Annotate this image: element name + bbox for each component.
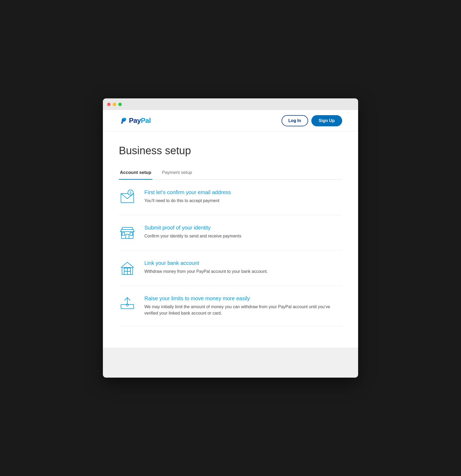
upload-icon bbox=[119, 295, 136, 311]
paypal-logo-icon bbox=[119, 116, 127, 125]
titlebar bbox=[103, 98, 358, 110]
email-item-text: First let’s confirm your email address Y… bbox=[144, 189, 342, 204]
minimize-dot[interactable] bbox=[113, 103, 116, 106]
email-item-desc: You’ll need to do this to accept payment bbox=[144, 198, 342, 204]
identity-item-title[interactable]: Submit proof of your identity bbox=[144, 225, 342, 231]
logo-pay: Pay bbox=[129, 116, 141, 124]
tab-account-setup[interactable]: Account setup bbox=[119, 166, 152, 180]
store-icon bbox=[119, 225, 136, 241]
logo-text: PayPal bbox=[129, 116, 151, 125]
setup-item-identity: Submit proof of your identity Confirm yo… bbox=[119, 215, 342, 250]
limits-item-text: Raise your limits to move money more eas… bbox=[144, 295, 342, 316]
setup-item-email: $ First let’s confirm your email address… bbox=[119, 180, 342, 215]
identity-item-text: Submit proof of your identity Confirm yo… bbox=[144, 225, 342, 239]
signup-button[interactable]: Sign Up bbox=[311, 115, 342, 126]
email-icon: $ bbox=[119, 189, 136, 205]
nav-buttons: Log In Sign Up bbox=[282, 115, 342, 126]
svg-rect-12 bbox=[121, 304, 134, 309]
page-content: PayPal Log In Sign Up Business setup Acc… bbox=[103, 110, 358, 348]
browser-window: PayPal Log In Sign Up Business setup Acc… bbox=[103, 98, 358, 378]
navbar: PayPal Log In Sign Up bbox=[103, 110, 358, 131]
main-content: Business setup Account setup Payment set… bbox=[103, 131, 358, 348]
logo: PayPal bbox=[119, 116, 151, 125]
logo-pal: Pal bbox=[141, 116, 151, 124]
login-button[interactable]: Log In bbox=[282, 115, 308, 126]
bank-item-title[interactable]: Link your bank account bbox=[144, 260, 342, 266]
svg-rect-6 bbox=[130, 233, 133, 235]
page-title: Business setup bbox=[119, 145, 342, 157]
svg-rect-4 bbox=[126, 234, 129, 239]
tabs: Account setup Payment setup bbox=[119, 166, 342, 180]
svg-rect-5 bbox=[122, 233, 125, 235]
limits-item-title[interactable]: Raise your limits to move money more eas… bbox=[144, 295, 342, 302]
identity-item-desc: Confirm your identity to send and receiv… bbox=[144, 233, 342, 239]
limits-item-desc: We may initially limit the amount of mon… bbox=[144, 304, 342, 316]
setup-item-limits: Raise your limits to move money more eas… bbox=[119, 286, 342, 326]
maximize-dot[interactable] bbox=[118, 103, 122, 106]
setup-item-bank: Link your bank account Withdraw money fr… bbox=[119, 250, 342, 286]
bank-item-text: Link your bank account Withdraw money fr… bbox=[144, 260, 342, 275]
email-item-title[interactable]: First let’s confirm your email address bbox=[144, 189, 342, 195]
bank-icon bbox=[119, 260, 136, 276]
bank-item-desc: Withdraw money from your PayPal account … bbox=[144, 268, 342, 275]
tab-payment-setup[interactable]: Payment setup bbox=[161, 166, 193, 180]
svg-text:$: $ bbox=[130, 191, 132, 195]
setup-list: $ First let’s confirm your email address… bbox=[119, 180, 342, 326]
close-dot[interactable] bbox=[107, 103, 111, 106]
